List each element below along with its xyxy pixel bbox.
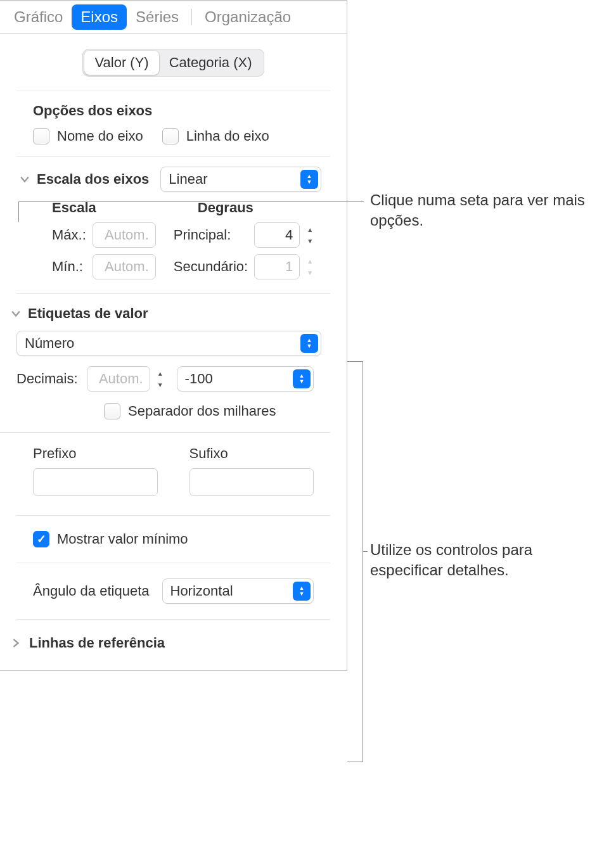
label-angle-select-value: Horizontal	[170, 583, 293, 599]
value-labels-header[interactable]: Etiquetas de valor	[9, 305, 314, 322]
prefix-label: Prefixo	[33, 445, 158, 462]
scale-max-label: Máx.:	[52, 227, 86, 243]
callout-text-1: Clique numa seta para ver mais opções.	[370, 190, 586, 231]
suffix-label: Sufixo	[189, 445, 314, 462]
tab-organizacao[interactable]: Organização	[196, 4, 300, 30]
label-angle-select[interactable]: Horizontal ▲▼	[162, 578, 314, 604]
top-tab-bar: Gráfico Eixos Séries Organização	[0, 1, 347, 34]
axis-scale-title: Escala dos eixos	[37, 171, 149, 188]
prefix-field[interactable]	[33, 468, 158, 496]
callout-bracket-bot	[347, 762, 363, 762]
decimals-label: Decimais:	[16, 371, 78, 387]
steps-minor-row: Secundário: 1 ▲ ▼	[174, 254, 318, 279]
axis-scale-select[interactable]: Linear ▲▼	[160, 167, 321, 192]
select-arrows-icon: ▲▼	[300, 334, 318, 353]
axis-segmented-row: Valor (Y) Categoria (X)	[16, 34, 330, 91]
select-arrows-icon: ▲▼	[300, 170, 318, 189]
chevron-down-icon[interactable]	[9, 307, 23, 321]
show-min-label: Mostrar valor mínimo	[57, 531, 188, 547]
callout-line-1v	[18, 201, 19, 222]
steps-major-field[interactable]: 4	[254, 222, 300, 248]
decimals-field[interactable]: Autom.	[87, 366, 150, 392]
chevron-down-icon[interactable]	[18, 172, 32, 186]
tab-eixos[interactable]: Eixos	[72, 4, 127, 30]
value-labels-section: Etiquetas de valor Número ▲▼ Decimais: A…	[0, 294, 330, 433]
thousands-separator-row[interactable]: Separador dos milhares	[104, 403, 314, 419]
axis-name-checkbox-row[interactable]: Nome do eixo	[33, 128, 143, 144]
axis-line-checkbox-row[interactable]: Linha do eixo	[162, 128, 269, 144]
axis-line-label: Linha do eixo	[186, 128, 269, 144]
thousands-checkbox[interactable]	[104, 403, 120, 419]
axis-line-checkbox[interactable]	[162, 128, 179, 144]
suffix-field[interactable]	[189, 468, 314, 496]
axis-name-checkbox[interactable]	[33, 128, 49, 144]
scale-min-label: Mín.:	[52, 258, 83, 275]
thousands-label: Separador dos milhares	[128, 403, 276, 419]
scale-min-row: Mín.: Autom.	[52, 254, 156, 279]
negative-format-value: -100	[185, 371, 293, 387]
callout-bracket-tick	[363, 551, 368, 552]
axis-options-title: Opções dos eixos	[33, 103, 314, 119]
axis-segmented: Valor (Y) Categoria (X)	[82, 49, 264, 77]
steps-minor-label: Secundário:	[174, 258, 248, 275]
callout-bracket-v	[363, 361, 363, 762]
axis-scale-select-value: Linear	[169, 171, 300, 188]
seg-categoria-x[interactable]: Categoria (X)	[159, 51, 262, 75]
value-labels-title: Etiquetas de valor	[28, 305, 148, 322]
axis-scale-grid: Escala Degraus Máx.: Autom. Principal: 4…	[16, 192, 330, 294]
scale-max-row: Máx.: Autom.	[52, 222, 156, 248]
stepper-down-icon[interactable]: ▼	[304, 267, 316, 278]
decimals-row: Decimais: Autom. ▲ ▼ -100 ▲▼	[16, 366, 314, 392]
tab-grafico[interactable]: Gráfico	[5, 4, 72, 30]
stepper-up-icon[interactable]: ▲	[154, 368, 167, 378]
callout-bracket-top	[347, 361, 363, 362]
negative-format-select[interactable]: -100 ▲▼	[177, 366, 314, 392]
select-arrows-icon: ▲▼	[293, 369, 311, 388]
steps-major-stepper[interactable]: ▲ ▼	[304, 222, 318, 248]
stepper-up-icon[interactable]: ▲	[304, 256, 316, 266]
value-format-select[interactable]: Número ▲▼	[16, 331, 321, 356]
label-angle-label: Ângulo da etiqueta	[33, 583, 150, 599]
show-min-checkbox[interactable]	[33, 531, 49, 547]
select-arrows-icon: ▲▼	[293, 582, 311, 601]
axis-options-section: Opções dos eixos Nome do eixo Linha do e…	[16, 91, 330, 156]
callout-line-1h	[347, 201, 364, 202]
value-format-select-value: Número	[25, 335, 300, 352]
stepper-down-icon[interactable]: ▼	[154, 380, 167, 390]
scale-min-field[interactable]: Autom.	[93, 254, 156, 279]
prefix-suffix-section: Prefixo Sufixo	[16, 433, 330, 516]
stepper-up-icon[interactable]: ▲	[304, 224, 316, 234]
callout-text-2: Utilize os controlos para especificar de…	[370, 540, 592, 581]
steps-minor-stepper[interactable]: ▲ ▼	[304, 254, 318, 279]
axis-scale-header[interactable]: Escala dos eixos Linear ▲▼	[9, 156, 338, 192]
tab-separator	[191, 9, 192, 25]
seg-valor-y[interactable]: Valor (Y)	[84, 51, 158, 75]
show-min-section: Mostrar valor mínimo	[16, 516, 330, 563]
callout-line-1h2	[18, 201, 347, 202]
reference-lines-row[interactable]: Linhas de referência	[0, 620, 330, 651]
show-min-row[interactable]: Mostrar valor mínimo	[33, 531, 314, 547]
inspector-panel: Gráfico Eixos Séries Organização Valor (…	[0, 0, 347, 671]
axis-name-label: Nome do eixo	[57, 128, 143, 144]
tab-series[interactable]: Séries	[127, 4, 188, 30]
reference-lines-label: Linhas de referência	[29, 635, 165, 651]
decimals-stepper[interactable]: ▲ ▼	[154, 366, 168, 392]
chevron-right-icon[interactable]	[9, 636, 23, 650]
steps-major-label: Principal:	[174, 227, 231, 243]
stepper-down-icon[interactable]: ▼	[304, 236, 316, 246]
steps-major-row: Principal: 4 ▲ ▼	[174, 222, 318, 248]
steps-minor-field[interactable]: 1	[254, 254, 300, 279]
scale-max-field[interactable]: Autom.	[93, 222, 156, 248]
label-angle-row: Ângulo da etiqueta Horizontal ▲▼	[16, 563, 330, 620]
